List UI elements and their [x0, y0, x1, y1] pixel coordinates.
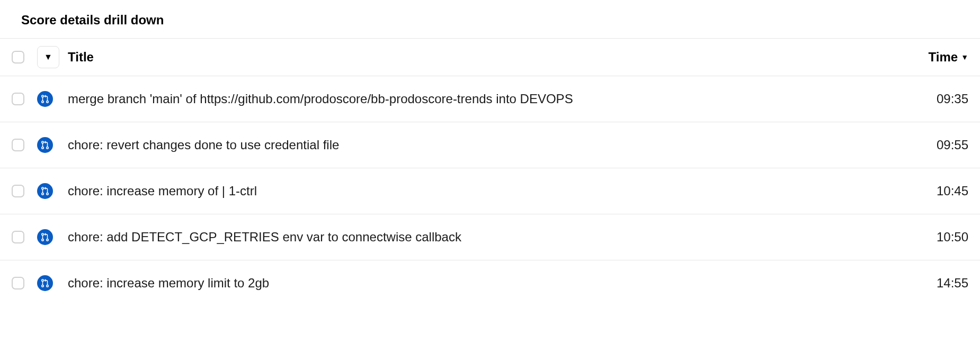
row-title: chore: revert changes done to use creden…	[68, 138, 899, 152]
row-time: 10:45	[899, 184, 968, 198]
table-row[interactable]: chore: increase memory limit to 2gb 14:5…	[0, 260, 980, 306]
svg-point-1	[42, 101, 44, 103]
row-title: merge branch 'main' of https://github.co…	[68, 92, 899, 106]
row-time: 09:55	[899, 138, 968, 152]
svg-point-2	[47, 101, 49, 103]
bulk-actions-dropdown[interactable]: ▼	[37, 46, 59, 68]
svg-point-8	[47, 193, 49, 195]
table-row[interactable]: chore: add DETECT_GCP_RETRIES env var to…	[0, 214, 980, 260]
details-table: ▼ Title Time ▼	[0, 38, 980, 306]
svg-point-4	[42, 147, 44, 149]
table-header-row: ▼ Title Time ▼	[0, 39, 980, 76]
row-checkbox[interactable]	[12, 93, 24, 105]
pull-request-icon	[37, 229, 53, 245]
table-row[interactable]: merge branch 'main' of https://github.co…	[0, 76, 980, 122]
row-checkbox[interactable]	[12, 231, 24, 243]
svg-point-13	[42, 285, 44, 287]
row-checkbox[interactable]	[12, 185, 24, 197]
column-header-time[interactable]: Time ▼	[899, 50, 968, 65]
svg-point-12	[42, 279, 44, 282]
row-title: chore: increase memory of | 1-ctrl	[68, 184, 899, 198]
row-time: 09:35	[899, 92, 968, 106]
row-time: 14:55	[899, 276, 968, 291]
column-header-title[interactable]: Title	[68, 50, 899, 65]
table-row[interactable]: chore: increase memory of | 1-ctrl 10:45	[0, 168, 980, 214]
svg-point-7	[42, 193, 44, 195]
sort-caret-down-icon: ▼	[961, 53, 968, 61]
svg-point-6	[42, 187, 44, 189]
row-checkbox[interactable]	[12, 139, 24, 151]
svg-point-14	[47, 285, 49, 287]
svg-point-9	[42, 233, 44, 236]
pull-request-icon	[37, 275, 53, 291]
table-row[interactable]: chore: revert changes done to use creden…	[0, 122, 980, 168]
svg-point-0	[42, 95, 44, 97]
row-time: 10:50	[899, 230, 968, 245]
svg-point-10	[42, 239, 44, 241]
pull-request-icon	[37, 91, 53, 107]
page-title: Score details drill down	[0, 0, 980, 38]
svg-point-3	[42, 141, 44, 143]
svg-point-5	[47, 147, 49, 149]
pull-request-icon	[37, 137, 53, 153]
column-header-time-label: Time	[929, 50, 958, 65]
svg-point-11	[47, 239, 49, 241]
row-title: chore: increase memory limit to 2gb	[68, 276, 899, 291]
select-all-checkbox[interactable]	[12, 51, 24, 64]
pull-request-icon	[37, 183, 53, 199]
row-checkbox[interactable]	[12, 277, 24, 289]
caret-down-icon: ▼	[44, 52, 52, 62]
row-title: chore: add DETECT_GCP_RETRIES env var to…	[68, 230, 899, 245]
